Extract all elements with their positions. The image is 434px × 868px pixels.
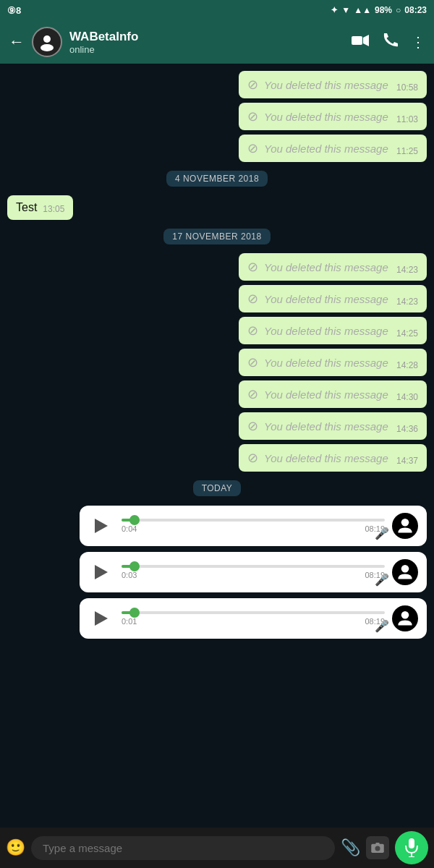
deleted-message: ⊘ You deleted this message 14:23	[239, 253, 427, 281]
svg-point-1	[41, 44, 54, 51]
audio-message: 0:04 08:19 🎤	[80, 506, 427, 546]
audio-message: 0:01 08:19 🎤	[80, 598, 427, 639]
deleted-text: You deleted this message	[264, 325, 391, 337]
ban-icon: ⊘	[247, 140, 258, 156]
battery-icon: ○	[396, 5, 401, 15]
audio-progress-dot	[129, 561, 140, 571]
clock: 08:23	[404, 5, 427, 15]
ban-icon: ⊘	[247, 386, 258, 402]
notification-badge: ⑨8	[7, 5, 21, 16]
svg-rect-12	[375, 843, 379, 846]
bluetooth-icon: ✦	[331, 5, 338, 15]
chat-header: ← WABetaInfo online ⋮	[0, 20, 434, 64]
emoji-icon[interactable]: 🙂	[6, 838, 25, 857]
message-input[interactable]	[31, 836, 335, 860]
date-label: 4 NOVEMBER 2018	[166, 171, 268, 187]
svg-point-7	[401, 565, 409, 573]
message-time: 14:23	[396, 265, 418, 275]
date-divider-nov17: 17 NOVEMBER 2018	[7, 229, 427, 244]
ban-icon: ⊘	[247, 354, 258, 370]
date-label: TODAY	[193, 480, 242, 496]
back-button[interactable]: ←	[9, 33, 25, 51]
camera-button[interactable]	[366, 836, 389, 859]
deleted-message: ⊘ You deleted this message 14:23	[239, 285, 427, 312]
microphone-icon: 🎤	[375, 573, 389, 587]
audio-elapsed: 0:01	[122, 617, 137, 626]
audio-elapsed: 0:03	[122, 571, 137, 579]
svg-marker-3	[363, 35, 369, 46]
date-label: 17 NOVEMBER 2018	[163, 229, 270, 244]
wifi-icon: ▼	[341, 5, 350, 15]
chat-area: ⊘ You deleted this message 10:58 ⊘ You d…	[0, 64, 434, 827]
deleted-text: You deleted this message	[264, 420, 391, 433]
message-text: Test	[16, 201, 37, 214]
audio-play-button[interactable]	[88, 559, 114, 585]
audio-progress-track[interactable]	[122, 611, 385, 614]
audio-waveform: 0:01 08:19	[122, 611, 385, 626]
deleted-text: You deleted this message	[264, 79, 391, 91]
audio-sender-avatar	[392, 605, 418, 631]
ban-icon: ⊘	[247, 323, 258, 339]
audio-sender-avatar	[392, 513, 418, 539]
deleted-message: ⊘ You deleted this message 11:03	[239, 103, 427, 130]
status-right: ✦ ▼ ▲▲ 98% ○ 08:23	[331, 5, 427, 15]
contact-avatar[interactable]	[32, 27, 62, 57]
audio-progress-fill	[122, 565, 135, 568]
status-left: ⑨8	[7, 5, 21, 16]
deleted-message: ⊘ You deleted this message 14:30	[239, 380, 427, 408]
ban-icon: ⊘	[247, 77, 258, 93]
ban-icon: ⊘	[247, 450, 258, 466]
microphone-icon: 🎤	[375, 619, 389, 633]
audio-waveform: 0:04 08:19	[122, 519, 385, 533]
audio-play-button[interactable]	[88, 605, 114, 631]
message-time: 14:30	[396, 392, 418, 402]
deleted-text: You deleted this message	[264, 261, 391, 273]
audio-progress-track[interactable]	[122, 519, 385, 522]
svg-marker-8	[95, 611, 108, 626]
message-time: 14:28	[396, 360, 418, 370]
more-options-icon[interactable]: ⋮	[411, 33, 425, 51]
svg-point-9	[401, 611, 409, 619]
contact-info[interactable]: WABetaInfo online	[69, 30, 344, 55]
deleted-text: You deleted this message	[264, 293, 391, 305]
audio-waveform: 0:03 08:19	[122, 565, 385, 579]
message-time: 14:25	[396, 328, 418, 339]
message-input-bar: 🙂 📎	[0, 827, 434, 868]
deleted-message: ⊘ You deleted this message 14:36	[239, 412, 427, 440]
audio-progress-fill	[122, 519, 135, 522]
mic-send-button[interactable]	[395, 831, 428, 864]
svg-point-5	[401, 519, 409, 527]
audio-progress-dot	[129, 608, 140, 618]
svg-point-0	[43, 35, 51, 43]
attach-icon[interactable]: 📎	[341, 838, 360, 857]
ban-icon: ⊘	[247, 291, 258, 307]
message-time: 10:58	[396, 82, 418, 93]
ban-icon: ⊘	[247, 259, 258, 275]
call-icon[interactable]	[382, 33, 398, 52]
deleted-text: You deleted this message	[264, 142, 391, 155]
contact-name: WABetaInfo	[69, 30, 344, 44]
message-time: 14:23	[396, 297, 418, 307]
svg-rect-2	[352, 36, 362, 45]
received-message: Test 13:05	[7, 195, 73, 220]
message-time: 11:03	[396, 114, 418, 124]
message-time: 14:37	[396, 456, 418, 466]
deleted-text: You deleted this message	[264, 452, 391, 464]
date-divider-today: TODAY	[7, 480, 427, 496]
contact-status: online	[69, 44, 344, 55]
video-call-icon[interactable]	[352, 34, 369, 51]
signal-icon: ▲▲	[354, 5, 371, 15]
audio-play-button[interactable]	[88, 513, 114, 539]
audio-times: 0:01 08:19	[122, 617, 385, 626]
svg-marker-4	[95, 519, 108, 533]
svg-rect-13	[409, 838, 414, 848]
header-actions: ⋮	[352, 33, 425, 52]
deleted-message: ⊘ You deleted this message 11:25	[239, 135, 427, 162]
deleted-text: You deleted this message	[264, 388, 391, 401]
svg-marker-6	[95, 565, 108, 579]
audio-progress-track[interactable]	[122, 565, 385, 568]
audio-times: 0:03 08:19	[122, 571, 385, 579]
audio-message: 0:03 08:19 🎤	[80, 552, 427, 592]
audio-sender-avatar	[392, 559, 418, 585]
message-time: 13:05	[43, 204, 64, 214]
